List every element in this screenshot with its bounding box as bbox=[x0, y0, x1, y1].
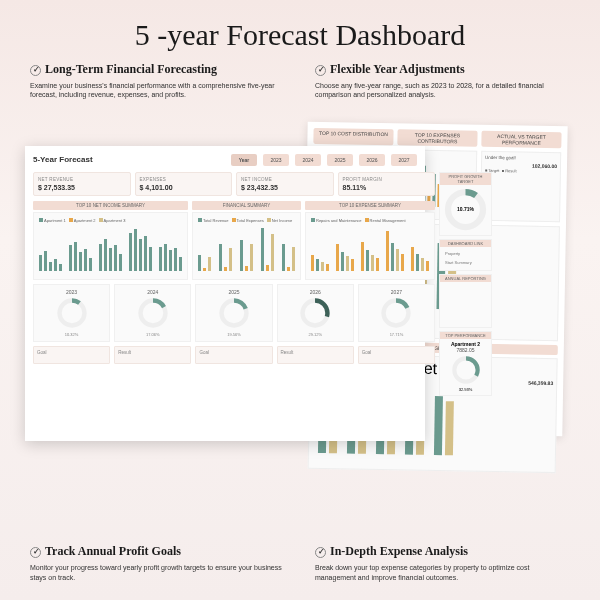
year-tab[interactable]: 2026 bbox=[359, 154, 385, 166]
back-chart: Under the goal! 102,060.00 ■ Target ■ Re… bbox=[480, 151, 561, 222]
feature-bottom-right: In-Depth Expense Analysis Break down you… bbox=[315, 544, 570, 582]
feature-title-text: In-Depth Expense Analysis bbox=[330, 544, 468, 558]
year-tab[interactable]: 2025 bbox=[327, 154, 353, 166]
summary-result: Result bbox=[114, 346, 191, 364]
year-tab[interactable]: 2023 bbox=[263, 154, 289, 166]
feature-desc: Examine your business's financial perfor… bbox=[30, 81, 285, 100]
page-title: 5 -year Forecast Dashboard bbox=[0, 0, 600, 62]
metric-profit-margin: PROFIT MARGIN 85.11% bbox=[338, 172, 436, 196]
metric-expenses: EXPENSES $ 4,101.00 bbox=[135, 172, 233, 196]
feature-desc: Break down your top expense categories b… bbox=[315, 563, 570, 582]
metric-net-income: NET INCOME $ 23,432.35 bbox=[236, 172, 334, 196]
section-header: TOP 10 COST DISTRIBUTION bbox=[313, 128, 393, 145]
feature-bottom-left: Track Annual Profit Goals Monitor your p… bbox=[30, 544, 285, 582]
check-icon bbox=[30, 547, 41, 558]
section-header: TOP 10 NET INCOME SUMMARY bbox=[33, 201, 188, 210]
expense-summary-chart: Repairs and Maintenance Rental Managemen… bbox=[305, 212, 435, 280]
section-header: ACTUAL VS TARGET PERFORMANCE bbox=[481, 131, 561, 148]
summary-goal: Goal bbox=[33, 346, 110, 364]
check-icon bbox=[30, 65, 41, 76]
year-label-tab[interactable]: Year bbox=[231, 154, 257, 166]
annual-reporting-card[interactable]: ANNUAL REPORTING bbox=[439, 274, 492, 328]
dashboard-title: 5-Year Forecast bbox=[33, 155, 225, 164]
top-performance-card: TOP PERFORMANCE Apartment 2 7882.05 32.9… bbox=[439, 331, 492, 396]
financial-summary-chart: Total Revenue Total Expenses Net Income bbox=[192, 212, 301, 280]
front-dashboard-sheet: 5-Year Forecast Year 2023 2024 2025 2026… bbox=[25, 146, 425, 441]
profit-growth-card: PROFIT GROWTH TARGET 10.71% bbox=[439, 172, 492, 236]
summary-goal: Goal bbox=[195, 346, 272, 364]
feature-top-right: Flexible Year Adjustments Choose any fiv… bbox=[315, 62, 570, 100]
check-icon bbox=[315, 65, 326, 76]
feature-title-text: Track Annual Profit Goals bbox=[45, 544, 181, 558]
feature-desc: Choose any five-year range, such as 2023… bbox=[315, 81, 570, 100]
year-tab[interactable]: 2027 bbox=[391, 154, 417, 166]
feature-title-text: Long-Term Financial Forecasting bbox=[45, 62, 217, 76]
metric-net-revenue: NET REVENUE $ 27,533.35 bbox=[33, 172, 131, 196]
section-header: TOP 10 EXPENSES CONTRIBUTORS bbox=[397, 129, 477, 146]
svg-point-4 bbox=[59, 300, 84, 325]
feature-desc: Monitor your progress toward yearly prof… bbox=[30, 563, 285, 582]
feature-top-left: Long-Term Financial Forecasting Examine … bbox=[30, 62, 285, 100]
section-header: TOP 10 EXPENSE SUMMARY bbox=[305, 201, 435, 210]
summary-result: Result bbox=[277, 346, 354, 364]
section-header: FINANCIAL SUMMARY bbox=[192, 201, 301, 210]
year-tab[interactable]: 2024 bbox=[295, 154, 321, 166]
feature-title-text: Flexible Year Adjustments bbox=[330, 62, 465, 76]
dashboard-link-card[interactable]: DASHBOARD LINK Property Start Summary bbox=[439, 239, 492, 271]
yearly-donuts-row: 202310.32% 202417.06% 202519.56% 202629.… bbox=[33, 284, 435, 342]
summary-goal: Goal bbox=[358, 346, 435, 364]
check-icon bbox=[315, 547, 326, 558]
net-income-chart: Apartment 1 Apartment 2 Apartment 3 bbox=[33, 212, 188, 280]
